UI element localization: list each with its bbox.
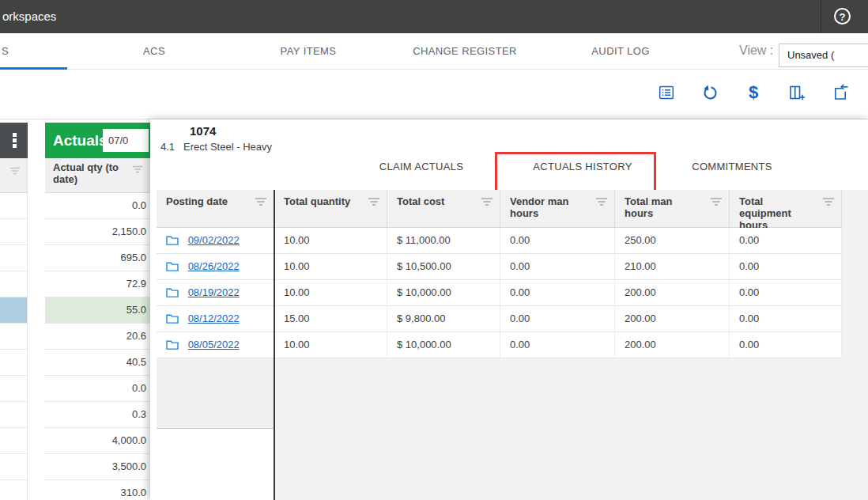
grid-cell[interactable]: [0, 480, 28, 500]
total-quantity-cell[interactable]: 10.00: [274, 228, 387, 254]
actual-qty-cell[interactable]: 0.0: [45, 376, 150, 402]
actual-qty-cell[interactable]: 695.0: [45, 245, 150, 271]
table-row: 09/02/2022 10.00 $ 11,000.00 0.00 250.00…: [150, 228, 868, 254]
actual-qty-cell[interactable]: 4,000.0: [45, 428, 150, 454]
filter-icon[interactable]: [9, 165, 21, 179]
actual-qty-cell[interactable]: 3,500.0: [45, 454, 150, 480]
vendor-man-hours-cell[interactable]: 0.00: [500, 228, 615, 254]
grid-cell[interactable]: [0, 428, 28, 454]
actual-qty-cell[interactable]: 0.3: [45, 402, 150, 428]
tab-pay-items[interactable]: PAY ITEMS: [281, 33, 337, 70]
add-column-button[interactable]: [784, 80, 810, 105]
posting-date-cell[interactable]: 08/19/2022: [157, 280, 274, 306]
grid-cell[interactable]: [0, 219, 28, 245]
grid-cell-selected[interactable]: [0, 297, 28, 324]
total-quantity-cell[interactable]: 10.00: [274, 254, 387, 280]
currency-button[interactable]: $: [741, 80, 766, 105]
actual-qty-cell[interactable]: 20.6: [45, 324, 150, 350]
actual-qty-cell-selected[interactable]: 55.0: [45, 297, 150, 324]
actual-qty-cell[interactable]: 0.0: [45, 193, 150, 219]
frozen-column-fill: [157, 358, 274, 429]
filter-icon[interactable]: [255, 197, 267, 209]
help-icon[interactable]: ?: [834, 8, 851, 25]
total-man-hours-cell[interactable]: 200.00: [615, 280, 730, 306]
vendor-man-hours-cell[interactable]: 0.00: [500, 280, 615, 306]
total-cost-cell[interactable]: $ 10,000.00: [387, 280, 500, 306]
vendor-man-hours-cell[interactable]: 0.00: [500, 332, 615, 358]
total-equipment-hours-cell[interactable]: 0.00: [730, 332, 842, 358]
total-equipment-hours-cell[interactable]: 0.00: [730, 280, 842, 306]
posting-date-cell[interactable]: 09/02/2022: [157, 228, 274, 254]
column-header-total-cost[interactable]: Total cost: [387, 190, 500, 228]
grid-cell[interactable]: [0, 454, 28, 480]
posting-date-link[interactable]: 08/12/2022: [188, 312, 240, 324]
total-quantity-cell[interactable]: 10.00: [274, 280, 387, 306]
tab-claim-actuals[interactable]: CLAIM ACTUALS: [379, 149, 463, 184]
folder-icon: [166, 288, 179, 300]
column-header-vendor-man-hours[interactable]: Vendor man hours: [500, 190, 615, 228]
vendor-man-hours-cell[interactable]: 0.00: [500, 306, 615, 332]
frozen-pane-divider[interactable]: [274, 190, 275, 500]
cost-item-id: 1074: [190, 124, 216, 138]
actuals-date-chip[interactable]: 07/0: [103, 129, 149, 152]
filter-icon[interactable]: [368, 197, 380, 209]
total-quantity-cell[interactable]: 10.00: [274, 332, 387, 358]
posting-date-link[interactable]: 08/05/2022: [188, 339, 240, 350]
filter-icon[interactable]: [481, 197, 493, 209]
total-cost-cell[interactable]: $ 10,500.00: [387, 254, 500, 280]
total-man-hours-cell[interactable]: 210.00: [615, 254, 730, 280]
kebab-menu-icon[interactable]: [13, 133, 17, 150]
column-header-total-man-hours[interactable]: Total man hours: [615, 190, 730, 228]
posting-date-cell[interactable]: 08/05/2022: [157, 332, 274, 358]
module-tab-bar: S ACS PAY ITEMS CHANGE REGISTER AUDIT LO…: [0, 33, 868, 70]
total-quantity-cell[interactable]: 15.00: [274, 306, 387, 332]
vendor-man-hours-cell[interactable]: 0.00: [500, 254, 615, 280]
tab-commitments[interactable]: COMMITMENTS: [692, 149, 772, 184]
grid-cell[interactable]: [0, 245, 28, 271]
history-table-header: Posting date Total quantity Total cost V…: [150, 190, 868, 228]
filter-icon[interactable]: [595, 197, 608, 209]
total-equipment-hours-cell[interactable]: 0.00: [730, 306, 842, 332]
total-cost-cell[interactable]: $ 11,000.00: [387, 228, 500, 254]
filter-icon[interactable]: [710, 197, 723, 209]
column-header-total-quantity[interactable]: Total quantity: [274, 190, 387, 228]
actual-qty-cell[interactable]: 72.9: [45, 271, 150, 297]
grid-cell[interactable]: [0, 376, 28, 402]
view-selector[interactable]: Unsaved (: [779, 44, 868, 67]
actual-qty-cell[interactable]: 40.5: [45, 350, 150, 376]
total-cost-cell[interactable]: $ 9,800.00: [387, 306, 500, 332]
actual-qty-cell[interactable]: 2,150.0: [45, 219, 150, 245]
tab-cbs-active[interactable]: S: [2, 33, 9, 70]
total-equipment-hours-cell[interactable]: 0.00: [730, 228, 842, 254]
filter-icon[interactable]: [822, 197, 835, 209]
undo-button[interactable]: [697, 80, 723, 105]
tab-change-register[interactable]: CHANGE REGISTER: [413, 33, 517, 70]
posting-date-cell[interactable]: 08/26/2022: [157, 254, 274, 280]
form-view-button[interactable]: [654, 80, 679, 105]
total-man-hours-cell[interactable]: 200.00: [615, 332, 730, 358]
tab-audit-log[interactable]: AUDIT LOG: [591, 33, 649, 70]
column-header-posting-date[interactable]: Posting date: [157, 190, 274, 228]
view-label: View :: [739, 33, 773, 68]
posting-date-link[interactable]: 09/02/2022: [188, 234, 240, 246]
total-equipment-hours-cell[interactable]: 0.00: [730, 254, 842, 280]
total-man-hours-cell[interactable]: 200.00: [615, 306, 730, 332]
grid-cell[interactable]: [0, 324, 28, 350]
posting-date-link[interactable]: 08/26/2022: [188, 260, 240, 272]
actual-qty-cell[interactable]: 310.0: [45, 480, 150, 500]
column-header-total-equipment-hours[interactable]: Total equipment hours: [730, 190, 842, 228]
grid-cell[interactable]: [0, 350, 28, 376]
table-row: 08/05/2022 10.00 $ 10,000.00 0.00 200.00…: [150, 332, 868, 358]
grid-cell[interactable]: [0, 402, 28, 428]
table-row: 08/12/2022 15.00 $ 9,800.00 0.00 200.00 …: [150, 306, 868, 332]
total-man-hours-cell[interactable]: 250.00: [615, 228, 730, 254]
grid-cell[interactable]: [0, 271, 28, 297]
total-cost-cell[interactable]: $ 10,000.00: [387, 332, 500, 358]
grid-cell[interactable]: [0, 193, 28, 219]
form-view-icon: [654, 83, 679, 102]
export-button[interactable]: [828, 80, 853, 105]
posting-date-link[interactable]: 08/19/2022: [188, 286, 240, 298]
filter-icon[interactable]: [132, 165, 143, 176]
posting-date-cell[interactable]: 08/12/2022: [157, 306, 274, 332]
tab-acs[interactable]: ACS: [143, 33, 165, 70]
